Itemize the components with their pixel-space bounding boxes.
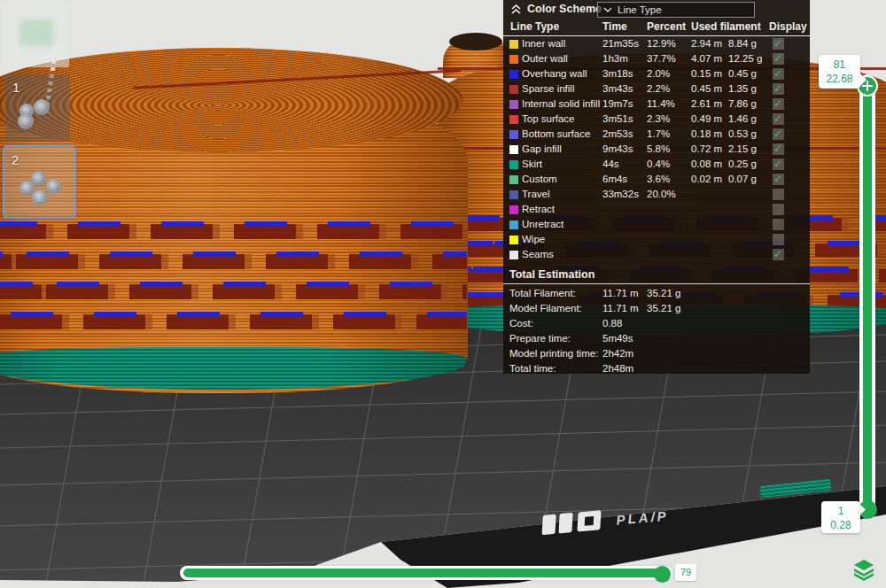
plate-thumbnail-2-selected[interactable]: 2 (3, 145, 76, 219)
display-checkbox[interactable] (773, 128, 784, 140)
table-row: Sparse infill 3m43s 2.2% 0.45 m 1.35 g (503, 81, 810, 97)
col-display: Display (769, 20, 807, 33)
line-percent: 20.0% (647, 187, 676, 202)
line-time: 2m53s (602, 127, 633, 142)
line-filament-m: 2.94 m (691, 36, 722, 51)
line-color-swatch (509, 115, 518, 124)
plate-thumbnail-1[interactable]: 1 (5, 74, 70, 142)
total-estimation-heading: Total Estimation (503, 267, 810, 282)
line-percent: 2.3% (647, 112, 670, 127)
total-label: Cost: (509, 316, 533, 331)
table-row: Overhang wall 3m18s 2.0% 0.15 m 0.45 g (503, 66, 810, 81)
collapse-panel-icon[interactable] (510, 4, 522, 15)
lower-layer-tooltip: 1 0.28 (821, 501, 860, 533)
line-filament-g: 1.46 g (728, 112, 757, 127)
table-header-row: Line Type Time Percent Used filament Dis… (503, 19, 810, 36)
table-row: Inner wall 21m35s 12.9% 2.94 m 8.84 g (503, 36, 810, 51)
line-color-swatch (509, 175, 518, 184)
table-row: Travel 33m32s 20.0% (503, 187, 810, 202)
lower-layer-number: 1 (821, 505, 860, 519)
display-checkbox[interactable] (773, 189, 784, 200)
col-line-type: Line Type (510, 20, 559, 33)
line-time: 19m7s (602, 97, 633, 112)
line-time: 6m4s (602, 172, 627, 187)
plate-thumbnail-previous[interactable] (2, 4, 69, 67)
line-time: 21m35s (602, 36, 639, 51)
display-checkbox[interactable] (773, 174, 784, 185)
line-color-swatch (509, 70, 518, 79)
display-checkbox[interactable] (773, 219, 784, 230)
total-value-1: 2h42m (602, 346, 633, 361)
line-percent: 2.2% (647, 81, 670, 97)
line-filament-m: 0.18 m (691, 127, 722, 142)
line-color-swatch (509, 236, 518, 244)
display-checkbox[interactable] (773, 38, 784, 50)
line-type-label: Outer wall (522, 51, 568, 66)
line-time: 3m18s (602, 66, 633, 81)
plate-preview-ghost (19, 19, 53, 46)
line-filament-m: 0.15 m (691, 66, 722, 81)
display-checkbox[interactable] (773, 249, 784, 260)
display-checkbox[interactable] (773, 204, 784, 215)
total-value-2: 35.21 g (647, 301, 680, 316)
line-type-label: Top surface (522, 112, 574, 127)
plate-number: 1 (12, 80, 19, 95)
line-type-label: Custom (522, 172, 557, 187)
line-type-label: Bottom surface (522, 127, 590, 142)
color-scheme-dropdown[interactable]: Line Type (597, 2, 755, 18)
layers-icon[interactable] (851, 557, 876, 582)
line-filament-m: 0.02 m (691, 172, 722, 187)
total-label: Model Filament: (509, 301, 582, 316)
line-color-swatch (509, 55, 518, 64)
table-row: Unretract (503, 217, 810, 232)
upper-layer-tooltip: 81 22.68 (819, 55, 860, 89)
line-color-swatch (509, 160, 518, 169)
total-value-1: 11.71 m (602, 286, 639, 301)
total-value-1: 5m49s (602, 331, 633, 346)
line-filament-m: 0.49 m (691, 112, 722, 127)
model-coin (32, 190, 48, 205)
total-value-1: 11.71 m (602, 301, 639, 316)
total-value-2: 35.21 g (647, 286, 680, 301)
col-time: Time (602, 20, 627, 33)
display-checkbox[interactable] (773, 83, 784, 95)
line-type-label: Overhang wall (522, 66, 587, 81)
dropdown-selected-value: Line Type (618, 4, 662, 15)
line-filament-m: 0.72 m (691, 142, 722, 157)
panel-title: Color Scheme (527, 3, 602, 15)
line-time: 44s (602, 157, 619, 172)
step-slider-value: 79 (675, 564, 696, 581)
line-filament-g: 0.25 g (728, 157, 757, 172)
total-row: Model printing time: 2h42m (503, 346, 810, 361)
line-filament-g: 7.86 g (728, 97, 757, 112)
table-row: Wipe (503, 232, 810, 247)
line-type-label: Internal solid infill (522, 97, 600, 112)
line-filament-g: 8.84 g (728, 36, 757, 51)
step-slider-handle[interactable] (654, 566, 671, 583)
line-time: 9m43s (602, 142, 633, 157)
display-checkbox[interactable] (773, 68, 784, 80)
display-checkbox[interactable] (773, 113, 784, 125)
line-color-swatch (509, 205, 518, 214)
upper-layer-number: 81 (819, 58, 860, 73)
line-color-swatch (509, 100, 518, 109)
total-label: Total time: (509, 361, 556, 376)
line-type-label: Seams (522, 247, 554, 262)
table-row: Skirt 44s 0.4% 0.08 m 0.25 g (503, 157, 810, 172)
display-checkbox[interactable] (773, 53, 784, 65)
display-checkbox[interactable] (773, 234, 784, 245)
display-checkbox[interactable] (773, 159, 784, 170)
line-percent: 5.8% (647, 142, 670, 157)
total-value-1: 0.88 (602, 316, 622, 331)
line-percent: 3.6% (647, 172, 670, 187)
line-filament-g: 0.07 g (728, 172, 757, 187)
line-percent: 0.4% (647, 157, 670, 172)
display-checkbox[interactable] (773, 98, 784, 110)
layer-slider-fill (863, 85, 872, 508)
table-row: Top surface 3m51s 2.3% 0.49 m 1.46 g (503, 112, 810, 127)
display-checkbox[interactable] (773, 143, 784, 155)
line-filament-g: 12.25 g (728, 51, 762, 66)
total-label: Prepare time: (509, 331, 571, 346)
line-percent: 2.0% (647, 66, 670, 81)
line-filament-g: 0.45 g (728, 66, 757, 81)
